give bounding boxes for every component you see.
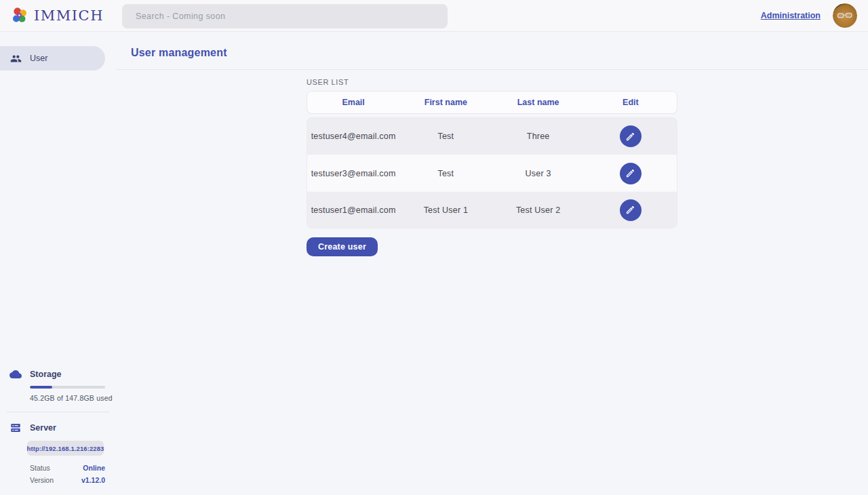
create-user-button[interactable]: Create user bbox=[307, 237, 378, 256]
server-icon bbox=[9, 422, 22, 434]
storage-progress-bar bbox=[30, 386, 105, 389]
server-url-chip[interactable]: http://192.168.1.216:2283 bbox=[27, 441, 104, 456]
main-content: User management USER LIST Email First na… bbox=[116, 32, 868, 495]
version-label: Version bbox=[30, 476, 54, 484]
server-status-row: Status Online bbox=[30, 462, 105, 473]
status-label: Status bbox=[30, 464, 50, 472]
administration-link[interactable]: Administration bbox=[761, 11, 821, 20]
version-value: v1.12.0 bbox=[81, 476, 105, 484]
server-title: Server bbox=[30, 423, 56, 433]
table-body: testuser4@email.com Test Three bbox=[307, 117, 677, 229]
table-header-row: Email First name Last name Edit bbox=[307, 91, 677, 114]
status-value: Online bbox=[83, 464, 105, 472]
app-logo: IMMICH bbox=[0, 7, 122, 24]
edit-user-button[interactable] bbox=[620, 125, 642, 147]
page-title: User management bbox=[116, 32, 868, 59]
cell-last-name: Three bbox=[492, 132, 585, 141]
sidebar-item-user[interactable]: User bbox=[0, 46, 105, 71]
edit-user-button[interactable] bbox=[620, 163, 642, 184]
storage-progress-fill bbox=[30, 386, 52, 389]
user-table: Email First name Last name Edit testuser… bbox=[307, 91, 677, 229]
pencil-icon bbox=[625, 205, 635, 215]
table-row: testuser4@email.com Test Three bbox=[307, 118, 677, 155]
column-header-last-name: Last name bbox=[492, 98, 585, 107]
title-divider bbox=[116, 69, 868, 70]
cell-first-name: Test User 1 bbox=[399, 205, 492, 215]
user-avatar[interactable] bbox=[833, 3, 857, 28]
search-input[interactable] bbox=[122, 4, 448, 28]
sidebar: User Storage 45.2GB of 147.8GB used bbox=[0, 32, 116, 495]
edit-user-button[interactable] bbox=[620, 199, 642, 221]
storage-section-header: Storage bbox=[0, 368, 116, 380]
cell-last-name: User 3 bbox=[492, 169, 585, 178]
server-info: Status Online Version v1.12.0 bbox=[0, 462, 116, 486]
top-bar: IMMICH Administration bbox=[0, 0, 868, 32]
pencil-icon bbox=[625, 132, 635, 142]
sidebar-divider bbox=[7, 412, 109, 412]
table-row: testuser3@email.com Test User 3 bbox=[307, 155, 677, 191]
cell-email: testuser1@email.com bbox=[307, 205, 399, 215]
cloud-icon bbox=[9, 368, 22, 380]
column-header-email: Email bbox=[307, 98, 399, 107]
sidebar-footer: Storage 45.2GB of 147.8GB used Server ht… bbox=[0, 368, 116, 495]
app-title: IMMICH bbox=[34, 7, 104, 24]
sidebar-item-user-label: User bbox=[30, 54, 47, 63]
pencil-icon bbox=[625, 168, 635, 178]
cell-first-name: Test bbox=[399, 169, 492, 178]
cell-email: testuser3@email.com bbox=[307, 169, 399, 178]
storage-title: Storage bbox=[30, 370, 62, 379]
server-section-header: Server bbox=[0, 422, 116, 434]
table-row: testuser1@email.com Test User 1 Test Use… bbox=[307, 191, 677, 228]
column-header-edit: Edit bbox=[585, 98, 677, 107]
user-list-label: USER LIST bbox=[307, 78, 868, 86]
users-icon bbox=[10, 53, 22, 64]
cell-last-name: Test User 2 bbox=[492, 205, 585, 215]
cell-email: testuser4@email.com bbox=[307, 132, 399, 141]
storage-usage-text: 45.2GB of 147.8GB used bbox=[30, 394, 116, 402]
server-version-row: Version v1.12.0 bbox=[30, 475, 105, 486]
column-header-first-name: First name bbox=[399, 98, 492, 107]
cell-first-name: Test bbox=[399, 132, 492, 141]
immich-flower-icon bbox=[11, 7, 28, 24]
